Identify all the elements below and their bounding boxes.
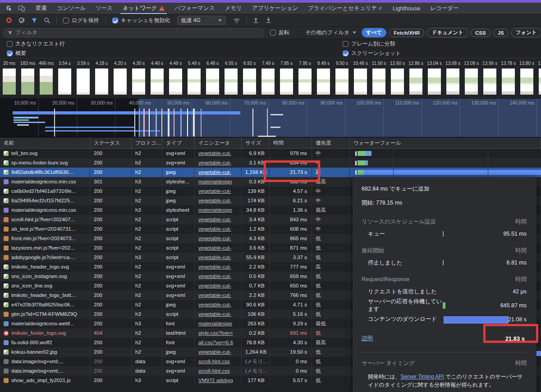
column-header[interactable]: ウォーターフォール xyxy=(350,137,541,148)
overview-checkbox[interactable]: 概要 xyxy=(5,50,28,57)
request-type-chip[interactable]: ドキュメント xyxy=(427,28,468,37)
filmstrip-frame[interactable]: 12.86 s xyxy=(407,59,425,98)
filmstrip-frame[interactable]: 4.30 s xyxy=(129,59,148,98)
request-type-chip[interactable]: Fetch/XHR xyxy=(389,29,424,37)
filmstrip-frame[interactable]: 3.54 s xyxy=(55,59,74,98)
filmstrip-frame[interactable]: 13.81 s xyxy=(536,59,541,98)
initiator-link[interactable]: vegetable-cut- xyxy=(198,311,231,317)
big-request-rows-checkbox[interactable]: 大きなリクエスト行 xyxy=(5,40,67,48)
filmstrip-frame[interactable]: 5.49 s xyxy=(185,59,203,98)
column-header[interactable]: プロトコ... xyxy=(132,137,162,148)
initiator-link[interactable]: vegetable-cut- xyxy=(198,245,231,251)
request-type-chip[interactable]: CSS xyxy=(471,29,491,37)
devtools-tab[interactable]: レコーダー xyxy=(425,3,463,14)
disable-cache-checkbox[interactable]: キャッシュを無効化 xyxy=(110,17,173,24)
filter-toggle-icon[interactable] xyxy=(29,15,40,25)
initiator-link[interactable]: scroll-hint.css xyxy=(198,359,230,364)
filmstrip-frame[interactable]: 3.59 s xyxy=(74,59,92,98)
initiator-link[interactable]: VM972 adsbyg xyxy=(198,378,233,383)
column-header[interactable]: イニシエータ xyxy=(195,137,242,148)
filmstrip-frame[interactable]: 13.80 s xyxy=(518,59,536,98)
devtools-tab[interactable]: パフォーマンス xyxy=(170,3,220,14)
device-toolbar-icon[interactable] xyxy=(15,3,28,14)
invert-filter-checkbox[interactable]: 反転 xyxy=(268,29,292,36)
server-timing-api-link[interactable]: Server Timing API xyxy=(401,374,444,380)
filmstrip-frame[interactable]: 12.60 s xyxy=(388,59,407,98)
network-overview-timeline[interactable]: 10,000 ms20,000 ms30,000 ms40,000 ms50,0… xyxy=(0,99,541,137)
filmstrip-frame[interactable]: 13.78 s xyxy=(499,59,518,98)
devtools-tab[interactable]: コンソール xyxy=(52,3,91,14)
filmstrip-frame[interactable]: 183 ms xyxy=(18,59,37,98)
column-header[interactable]: ステータス xyxy=(90,137,132,148)
devtools-tab[interactable]: Lighthouse xyxy=(388,3,425,14)
inspect-icon[interactable] xyxy=(3,3,15,14)
filmstrip-frame[interactable]: 4.49 s xyxy=(166,59,185,98)
filmstrip-frame[interactable]: 7.49 s xyxy=(259,59,277,98)
initiator-link[interactable]: scroll-hint.css xyxy=(198,368,230,374)
search-icon[interactable] xyxy=(41,15,52,25)
import-har-icon[interactable] xyxy=(251,15,261,25)
request-type-chip[interactable]: すべて xyxy=(362,28,386,37)
column-header[interactable]: タイプ xyxy=(162,137,195,148)
filmstrip-frame[interactable]: 9.50 s xyxy=(333,59,351,98)
network-conditions-icon[interactable] xyxy=(231,15,242,25)
clear-network-log-button[interactable] xyxy=(16,15,27,25)
filter-input[interactable]: フィルタ xyxy=(4,28,264,37)
explanation-link[interactable]: 説明 xyxy=(362,335,373,342)
devtools-tab[interactable]: プライバシーとセキュリティ xyxy=(303,3,388,14)
initiator-link[interactable]: vegetable-cut- xyxy=(198,198,231,203)
filmstrip-frame[interactable]: 7.95 s xyxy=(296,59,314,98)
filmstrip-frame[interactable]: 13.08 s xyxy=(444,59,462,98)
filmstrip-frame[interactable]: 6.48 s xyxy=(203,59,222,98)
filmstrip-frame[interactable]: 4.20 s xyxy=(111,59,129,98)
initiator-link[interactable]: vegetable-cut- xyxy=(198,188,231,194)
initiator-link[interactable]: all.css?ver=6.6 xyxy=(198,340,233,345)
screenshots-checkbox[interactable]: スクリーンショット xyxy=(340,50,403,57)
initiator-link[interactable]: materialdesign xyxy=(198,321,232,326)
initiator-link[interactable]: vegetable-cut- xyxy=(198,264,231,269)
initiator-link[interactable]: vegetable-cut- xyxy=(198,217,231,222)
initiator-link[interactable]: vegetable-cut- xyxy=(198,283,231,288)
filmstrip-frame[interactable]: 466 ms xyxy=(37,59,55,98)
devtools-tab[interactable]: 要素 xyxy=(31,3,52,14)
column-header[interactable]: サイズ xyxy=(242,137,270,148)
initiator-link[interactable]: vegetable-cut- xyxy=(198,292,231,298)
more-filters-dropdown[interactable]: その他のフィルタ xyxy=(303,29,358,36)
filmstrip-frame[interactable]: 7.85 s xyxy=(277,59,296,98)
group-by-frame-checkbox[interactable]: フレーム別に分類 xyxy=(340,40,397,48)
column-header[interactable]: 名前 xyxy=(0,137,90,148)
request-type-chip[interactable]: JS xyxy=(493,29,509,37)
filmstrip-frame[interactable]: 6.55 s xyxy=(222,59,240,98)
column-header[interactable]: 時間 xyxy=(270,137,312,148)
record-network-log-button[interactable] xyxy=(4,15,14,25)
table-header-row[interactable]: 名前ステータスプロトコ...タイプイニシエータサイズ時間優先度ウォーターフォール xyxy=(0,137,541,149)
initiator-link[interactable]: vegetable-cut- xyxy=(198,169,231,175)
initiator-link[interactable]: vegetable-cut- xyxy=(198,236,231,241)
devtools-tab[interactable]: ソース xyxy=(91,3,118,14)
request-type-chip[interactable]: フォント xyxy=(511,28,541,37)
devtools-tab[interactable]: アプリケーション xyxy=(247,3,303,14)
filmstrip-frame[interactable]: 8.49 s xyxy=(314,59,333,98)
filmstrip-frame[interactable]: 6.92 s xyxy=(240,59,259,98)
initiator-link[interactable]: vegetable-cut- xyxy=(198,160,231,165)
initiator-link[interactable]: vegetable-cut- xyxy=(198,255,231,260)
devtools-tab[interactable]: ネットワーク xyxy=(118,3,170,14)
export-har-icon[interactable] xyxy=(263,15,274,25)
initiator-link[interactable]: style.css?fver= xyxy=(198,330,233,336)
devtools-tab[interactable]: メモリ xyxy=(220,3,247,14)
initiator-link[interactable]: vegetable-cut- xyxy=(198,226,231,232)
initiator-link[interactable]: vegetable-cut- xyxy=(198,150,231,156)
initiator-link[interactable]: vegetable-cut- xyxy=(198,302,231,307)
filmstrip-frame[interactable]: 13.09 s xyxy=(462,59,481,98)
initiator-link[interactable]: materialdesign xyxy=(198,179,232,184)
request-row[interactable]: tell_bnr.svg 200 h2 svg+xml vegetable-cu… xyxy=(0,149,541,158)
filmstrip-frame[interactable]: 10.49 s xyxy=(351,59,370,98)
filmstrip-frame[interactable]: 4.40 s xyxy=(148,59,166,98)
filmstrip-frame[interactable]: 11.50 s xyxy=(370,59,388,98)
filmstrip-frame[interactable]: 4.18 s xyxy=(92,59,111,98)
throttling-select[interactable]: 低速 4G xyxy=(177,16,226,25)
filmstrip-frame[interactable]: 13.04 s xyxy=(425,59,444,98)
preserve-log-checkbox[interactable]: ログを保持 xyxy=(61,17,101,24)
initiator-link[interactable]: materialdesign xyxy=(198,207,232,213)
filmstrip-frame[interactable]: 13.56 s xyxy=(481,59,499,98)
